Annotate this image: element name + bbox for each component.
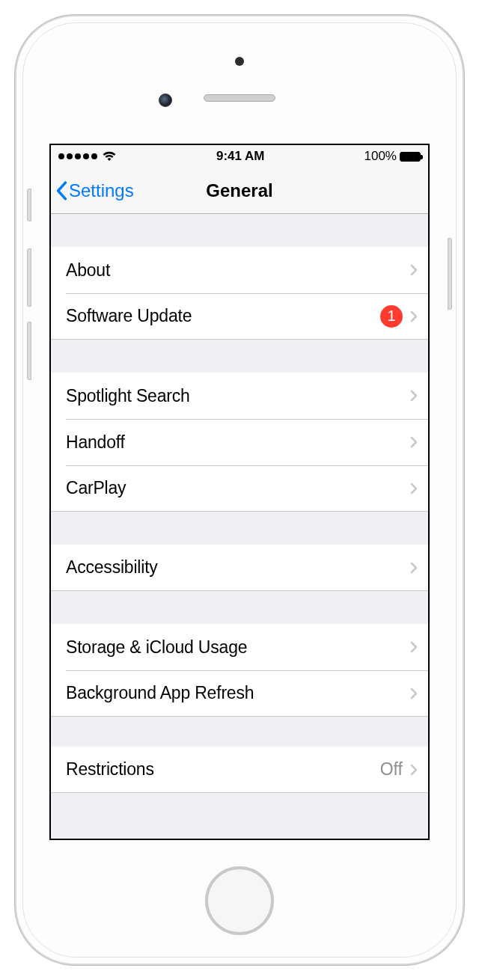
chevron-left-icon xyxy=(55,181,67,200)
cell-label: About xyxy=(66,260,410,281)
cell-label: Background App Refresh xyxy=(66,683,410,703)
cell-label: Handoff xyxy=(66,432,410,453)
status-right: 100% xyxy=(364,149,421,164)
cell-divider xyxy=(66,670,428,671)
battery-percentage: 100% xyxy=(364,149,397,164)
back-button[interactable]: Settings xyxy=(51,180,134,201)
mute-switch xyxy=(27,189,31,221)
home-button[interactable] xyxy=(205,866,274,935)
cell-divider xyxy=(66,465,428,466)
screen: 9:41 AM 100% Settings General xyxy=(49,144,430,840)
chevron-right-icon xyxy=(410,641,418,653)
cell-software-update[interactable]: Software Update 1 xyxy=(51,293,428,340)
chevron-right-icon xyxy=(410,390,418,402)
cell-value: Off xyxy=(380,759,403,780)
status-bar: 9:41 AM 100% xyxy=(51,145,428,168)
cell-spotlight-search[interactable]: Spotlight Search xyxy=(51,373,428,419)
group-spacer xyxy=(51,214,428,247)
cell-divider xyxy=(66,293,428,294)
cell-label: Accessibility xyxy=(66,557,410,578)
status-left xyxy=(58,151,117,162)
group-spacer xyxy=(51,591,428,624)
cell-accessibility[interactable]: Accessibility xyxy=(51,545,428,591)
back-label: Settings xyxy=(69,180,134,201)
cell-label: CarPlay xyxy=(66,478,410,498)
cell-label: Storage & iCloud Usage xyxy=(66,637,410,658)
cell-restrictions[interactable]: Restrictions Off xyxy=(51,747,428,793)
cell-label: Spotlight Search xyxy=(66,386,410,406)
chevron-right-icon xyxy=(410,436,418,448)
group-spacer xyxy=(51,717,428,747)
signal-strength-icon xyxy=(58,153,97,159)
front-camera xyxy=(159,94,172,107)
cell-carplay[interactable]: CarPlay xyxy=(51,465,428,512)
cell-divider xyxy=(66,419,428,420)
battery-indicator: 100% xyxy=(364,149,421,164)
volume-down-button xyxy=(27,322,31,380)
cell-storage-icloud[interactable]: Storage & iCloud Usage xyxy=(51,624,428,670)
cell-label: Restrictions xyxy=(66,759,380,780)
group-spacer xyxy=(51,512,428,545)
chevron-right-icon xyxy=(410,483,418,494)
chevron-right-icon xyxy=(410,764,418,776)
cell-label: Software Update xyxy=(66,306,380,326)
battery-icon xyxy=(400,152,421,162)
settings-content: About Software Update 1 xyxy=(51,214,428,823)
earpiece-speaker xyxy=(204,94,275,102)
chevron-right-icon xyxy=(410,562,418,574)
group-spacer xyxy=(51,340,428,373)
power-button xyxy=(448,238,452,310)
phone-frame: 9:41 AM 100% Settings General xyxy=(15,15,464,965)
wifi-icon xyxy=(102,151,117,162)
status-time: 9:41 AM xyxy=(216,149,265,164)
chevron-right-icon xyxy=(410,264,418,276)
volume-up-button xyxy=(27,248,31,307)
nav-bar: Settings General xyxy=(51,168,428,214)
top-sensor-dot xyxy=(235,57,244,66)
chevron-right-icon xyxy=(410,310,418,322)
chevron-right-icon xyxy=(410,687,418,699)
cell-handoff[interactable]: Handoff xyxy=(51,419,428,465)
group-spacer xyxy=(51,793,428,823)
cell-about[interactable]: About xyxy=(51,247,428,293)
cell-background-app-refresh[interactable]: Background App Refresh xyxy=(51,670,428,717)
notification-badge: 1 xyxy=(380,305,403,328)
